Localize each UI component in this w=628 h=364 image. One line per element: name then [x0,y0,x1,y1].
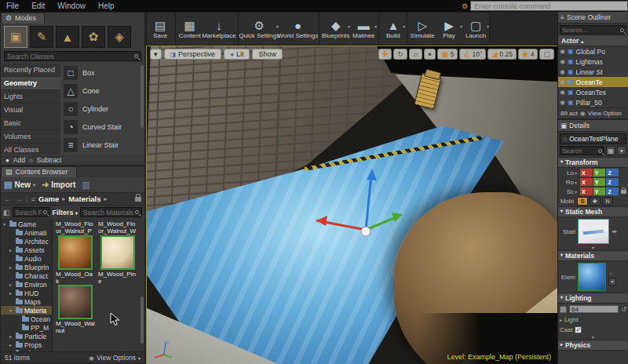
save-button[interactable]: ▤ Save [147,13,173,45]
mobility-option[interactable]: S [577,197,588,206]
chevron-down-icon[interactable]: ▾ [575,170,579,176]
camera-speed-icon[interactable]: ◉ 4 [518,49,539,60]
folder-item[interactable]: ▸ Props [1,340,52,349]
shape-item[interactable]: □ Box [60,64,140,82]
geometry-mode-icon[interactable]: ◈ [108,26,131,48]
z-value-field[interactable]: Z [606,169,619,177]
cast-shadow-checkbox[interactable]: ✓ [575,326,582,333]
sources-toggle-icon[interactable]: ◧ [3,209,10,217]
search-classes-input[interactable] [7,53,134,60]
rotate-tool-icon[interactable]: ↻ [393,49,407,60]
expand-arrow-icon[interactable]: ▸ [560,317,562,322]
folder-item[interactable]: Shapes [1,349,52,351]
outliner-row[interactable]: ◉ ▣ Linear St [558,67,628,77]
add-radio[interactable]: ● [5,157,9,164]
static-mesh-thumbnail[interactable] [578,219,609,244]
breadcrumb-materials[interactable]: Materials [68,195,100,203]
mobility-option[interactable]: N [602,197,613,206]
play-button[interactable]: ▶ Play ▾ [436,13,462,45]
menu-item[interactable]: Help [98,2,115,10]
expand-arrow-icon[interactable]: ▾ [3,221,8,227]
x-value-field[interactable]: X [580,169,593,177]
breadcrumb-game[interactable]: Game [38,195,59,203]
folder-item[interactable]: Audio [1,254,52,263]
folder-item[interactable]: ▸ HUD [1,289,52,297]
path-tree-icon[interactable]: ≡ [31,195,35,203]
expand-arrow-icon[interactable]: ▸ [9,342,14,348]
matinee-button[interactable]: ▬ Matinee ▾ [350,13,377,45]
new-button[interactable]: ▤ New ▾ [4,180,35,190]
content-button[interactable]: ▦ Content [175,13,202,45]
menu-item[interactable]: Edit [31,2,45,10]
reset-icon[interactable]: ↺ [621,306,626,313]
selected-actor-name[interactable]: ⌂ OceanTestPlane [560,133,626,144]
back-arrow-icon[interactable]: ← [4,195,12,203]
visibility-eye-icon[interactable]: ◉ [560,89,565,96]
tab-content-browser[interactable]: ▤ Content Browser [1,166,77,177]
asset-item[interactable]: M_Wood_Floor_Walnut_Pol [56,220,95,235]
forward-arrow-icon[interactable]: → [15,195,23,203]
outliner-view-options[interactable]: View Option [588,110,622,117]
y-value-field[interactable]: Y [593,178,606,186]
folder-item[interactable]: Architec [1,237,52,246]
mode-category[interactable]: All Classes [1,144,60,157]
mode-category[interactable]: Lights [1,90,60,104]
place-mode-icon[interactable]: ▣ [4,26,27,48]
shape-item[interactable]: △ Cone [60,82,140,100]
asset-item[interactable]: M_Wood_Floor_Walnut_Wor [98,220,137,235]
chevron-down-icon[interactable]: ▾ [403,24,405,29]
move-tool-icon[interactable]: ✚ [378,49,392,60]
grid-snap-icon[interactable]: ▦ 5 [437,49,458,60]
details-header[interactable]: ▣ Details [558,120,628,132]
scale-snap-icon[interactable]: ◢ 0.25 [487,49,516,60]
x-value-field[interactable]: X [580,178,593,186]
search-folders-input[interactable] [16,209,43,217]
world-settings-button[interactable]: ● World Settings [279,13,317,45]
folder-item[interactable]: Maps [1,297,52,306]
folder-item[interactable]: ▾ Game [1,220,52,228]
mode-category[interactable]: Basic [1,117,60,130]
folder-item[interactable]: Ocean [1,315,52,323]
property-matrix-icon[interactable]: ▦ [606,146,615,155]
transform-section-header[interactable]: ▾Transform [558,157,628,168]
menu-item[interactable]: Window [57,2,86,10]
expand-arrow-icon[interactable]: ▸ [9,333,14,339]
expand-arrow-icon[interactable]: ▸ [9,264,14,270]
coord-system-icon[interactable]: ● [424,49,436,60]
lighting-section-header[interactable]: ▾Lighting [558,293,628,304]
visibility-eye-icon[interactable]: ◉ [560,99,565,106]
search-assets-input[interactable] [83,209,135,217]
asset-item[interactable]: M_Wood_Pine [98,235,137,285]
tab-modes[interactable]: ⚙ Modes [1,13,45,24]
lock-icon[interactable] [135,197,141,202]
lighting-checkbox[interactable] [560,306,567,313]
browse-arrow-icon[interactable]: ◂▸ [612,228,617,235]
chevron-down-icon[interactable]: ▾ [374,24,377,29]
scene-outliner-header[interactable]: ≡ Scene Outliner [558,12,628,24]
save-all-icon[interactable]: ▥ [82,180,89,190]
outliner-row[interactable]: ◉ ▣ OceanTe [558,77,628,87]
folder-item[interactable]: PP_M [1,323,52,332]
shape-item[interactable]: ◔ Curved Stair [60,118,140,136]
maximize-viewport-button[interactable]: ▢ [539,49,554,60]
physics-section-header[interactable]: ▸Physics [558,340,628,351]
material-thumbnail[interactable] [578,263,606,291]
folder-item[interactable]: ▸ Particle [1,332,52,340]
folder-item[interactable]: ▾ Materia [1,306,52,315]
x-value-field[interactable]: X [580,187,593,195]
mobility-option[interactable]: ✚ [590,197,601,206]
marketplace-button[interactable]: ↓ Marketplace [202,13,236,45]
view-options-button[interactable]: ◉ View Options ▾ [89,354,141,362]
scrollbar[interactable] [141,297,144,344]
viewport[interactable]: z ▾ ◨ Perspective ● Lit Show ✚ ↻ ▱ ● [146,46,557,364]
landscape-mode-icon[interactable]: ▲ [56,26,79,48]
visibility-eye-icon[interactable]: ◉ [560,58,565,65]
details-search-input[interactable] [562,147,598,155]
shape-item[interactable]: ○ Cylinder [60,100,140,118]
folder-item[interactable]: Charact [1,271,52,280]
static-mesh-section-header[interactable]: ▾Static Mesh [558,206,628,217]
materials-section-header[interactable]: ▾Materials [558,250,628,261]
folder-item[interactable]: ▸ Assets [1,246,52,254]
outliner-row[interactable]: ◉ ▣ Global Po [558,46,628,56]
mode-category[interactable]: Volumes [1,130,60,144]
